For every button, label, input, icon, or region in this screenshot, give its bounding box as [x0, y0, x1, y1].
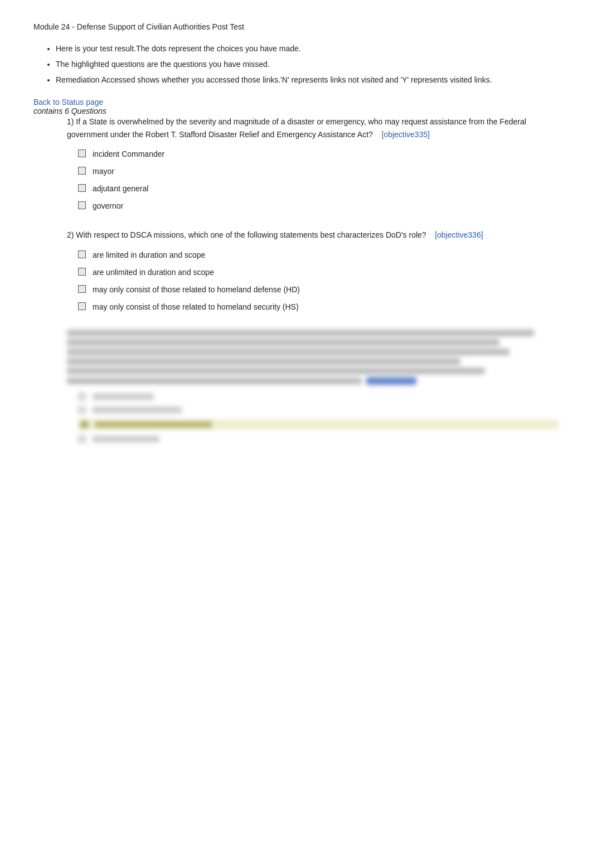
blurred-option-4 [78, 435, 559, 443]
answer-dot-q1-a1 [78, 150, 86, 157]
answer-text-q1-a1: incident Commander [93, 148, 164, 160]
answer-q1-a4: governor [78, 200, 559, 212]
question-1-block: 1) If a State is overwhelmed by the seve… [67, 115, 559, 212]
answer-q2-b3: may only consist of those related to hom… [78, 284, 559, 296]
answer-text-q2-b2: are unlimited in duration and scope [93, 267, 214, 278]
objective-336-link[interactable]: [objective336] [435, 230, 483, 239]
objective-335-link[interactable]: [objective335] [381, 130, 429, 139]
answer-q1-a3: adjutant general [78, 183, 559, 195]
answer-q2-b4: may only consist of those related to hom… [78, 301, 559, 313]
blurred-option-2 [78, 406, 559, 414]
answer-text-q2-b4: may only consist of those related to hom… [93, 301, 299, 313]
answer-q2-b2: are unlimited in duration and scope [78, 267, 559, 278]
intro-bullet-1: Here is your test result.The dots repres… [56, 42, 559, 56]
answer-dot-q2-b2 [78, 268, 86, 276]
question-2-text: 2) With respect to DSCA missions, which … [67, 229, 559, 241]
contains-questions-text: contains 6 Questions [33, 107, 106, 115]
answer-dot-q1-a4 [78, 201, 86, 209]
back-to-status-link[interactable]: Back to Status page [33, 98, 103, 107]
intro-bullet-3: Remediation Accessed shows whether you a… [56, 74, 559, 87]
blurred-option-1 [78, 393, 559, 401]
answer-text-q2-b1: are limited in duration and scope [93, 249, 205, 261]
question-2-block: 2) With respect to DSCA missions, which … [67, 229, 559, 312]
answer-q1-a2: mayor [78, 166, 559, 177]
blurred-option-3 [78, 419, 559, 430]
answer-dot-q1-a3 [78, 184, 86, 192]
answer-text-q1-a2: mayor [93, 166, 114, 177]
answer-q1-a1: incident Commander [78, 148, 559, 160]
intro-list: Here is your test result.The dots repres… [56, 42, 559, 86]
answer-dot-q2-b1 [78, 250, 86, 258]
answer-q2-b1: are limited in duration and scope [78, 249, 559, 261]
intro-bullet-2: The highlighted questions are the questi… [56, 58, 559, 71]
answer-text-q1-a3: adjutant general [93, 183, 148, 195]
question-1-text: 1) If a State is overwhelmed by the seve… [67, 115, 559, 141]
answer-text-q1-a4: governor [93, 200, 123, 212]
blurred-content [67, 330, 559, 443]
answer-text-q2-b3: may only consist of those related to hom… [93, 284, 300, 296]
page-title: Module 24 - Defense Support of Civilian … [33, 22, 559, 31]
answer-dot-q2-b3 [78, 285, 86, 293]
answer-dot-q2-b4 [78, 302, 86, 310]
answer-dot-q1-a2 [78, 167, 86, 175]
blurred-question-block [67, 330, 559, 443]
